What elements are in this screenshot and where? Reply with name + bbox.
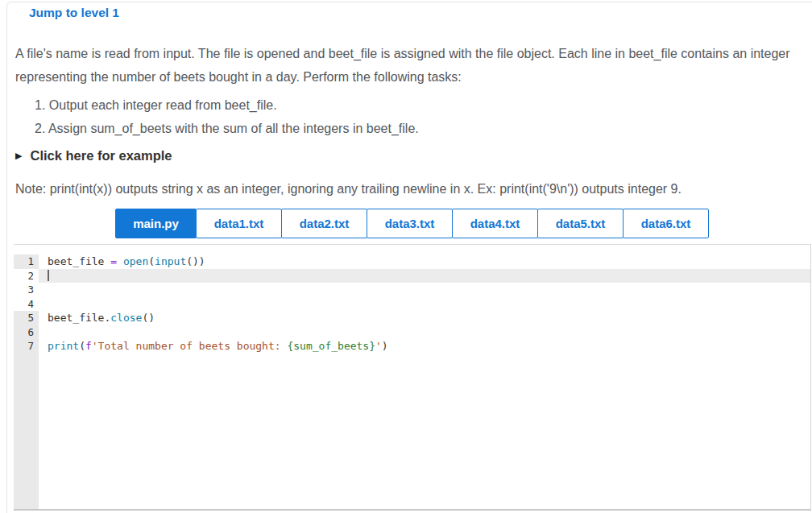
code-token-op: = <box>110 255 117 267</box>
code-token-plain: beet_file <box>48 255 110 267</box>
line-number: 5 <box>14 311 39 325</box>
jump-to-level-link[interactable]: Jump to level 1 <box>29 6 119 20</box>
code-line-content[interactable]: beet_file.close() <box>39 311 810 325</box>
code-token-plain <box>117 255 123 267</box>
code-token-plain: ()) <box>186 255 205 267</box>
line-number: 4 <box>14 297 39 312</box>
tab-main-py[interactable]: main.py <box>115 209 197 238</box>
code-editor[interactable]: 1beet_file = open(input())2345beet_file.… <box>14 244 811 511</box>
code-token-fn: open <box>123 255 148 267</box>
code-token-plain: ( <box>148 255 155 267</box>
line-number: 2 <box>14 269 39 283</box>
code-line: 5beet_file.close() <box>14 311 810 325</box>
code-line: 1beet_file = open(input()) <box>14 254 810 269</box>
task-item: 1. Output each integer read from beet_fi… <box>35 93 419 117</box>
code-line-content[interactable]: print(f'Total number of beets bought: {s… <box>39 339 810 354</box>
code-token-fn: print <box>48 340 79 352</box>
tab-data1-txt[interactable]: data1.txt <box>196 209 282 238</box>
example-toggle[interactable]: ▶ Click here for example <box>15 148 172 163</box>
code-line-content[interactable] <box>39 297 810 312</box>
content-panel: Jump to level 1 A file's name is read fr… <box>6 2 812 513</box>
code-token-plain: beet_file. <box>48 312 110 324</box>
code-token-plain: ) <box>382 340 388 352</box>
triangle-right-icon: ▶ <box>15 151 22 161</box>
code-line-content[interactable] <box>39 325 810 340</box>
code-line: 3 <box>14 283 810 297</box>
code-line: 7print(f'Total number of beets bought: {… <box>14 339 810 354</box>
code-token-kw: f <box>85 340 92 352</box>
code-token-interp: {sum_of_beets} <box>287 340 375 352</box>
file-tab-bar: main.pydata1.txtdata2.txtdata3.txtdata4.… <box>115 209 709 238</box>
code-line-content[interactable] <box>39 269 810 283</box>
code-token-plain: ( <box>79 340 85 352</box>
tab-data5-txt[interactable]: data5.txt <box>537 209 624 238</box>
tab-data2-txt[interactable]: data2.txt <box>281 209 367 238</box>
line-number: 1 <box>14 254 39 269</box>
task-list: 1. Output each integer read from beet_fi… <box>15 93 419 140</box>
line-number: 3 <box>14 283 39 297</box>
text-cursor <box>48 270 49 281</box>
code-token-plain: () <box>142 312 155 324</box>
code-line: 6 <box>14 325 810 340</box>
code-line: 4 <box>14 297 810 312</box>
code-token-fn: input <box>155 255 186 267</box>
example-toggle-label: Click here for example <box>30 148 172 163</box>
tab-data3-txt[interactable]: data3.txt <box>367 209 453 238</box>
code-line: 2 <box>14 269 810 283</box>
task-item: 2. Assign sum_of_beets with the sum of a… <box>35 117 419 140</box>
code-line-content[interactable] <box>39 283 810 297</box>
line-number: 7 <box>14 339 39 354</box>
tab-data6-txt[interactable]: data6.txt <box>623 209 709 238</box>
line-number: 6 <box>14 325 39 340</box>
code-token-str: ' <box>375 340 382 352</box>
note-text: Note: print(int(x)) outputs string x as … <box>15 177 811 201</box>
problem-statement: A file's name is read from input. The fi… <box>15 42 811 89</box>
tab-data4-txt[interactable]: data4.txt <box>452 209 538 238</box>
code-line-content[interactable]: beet_file = open(input()) <box>39 254 810 269</box>
code-token-str: 'Total number of beets bought: <box>92 340 288 352</box>
code-token-fn: close <box>110 312 142 324</box>
